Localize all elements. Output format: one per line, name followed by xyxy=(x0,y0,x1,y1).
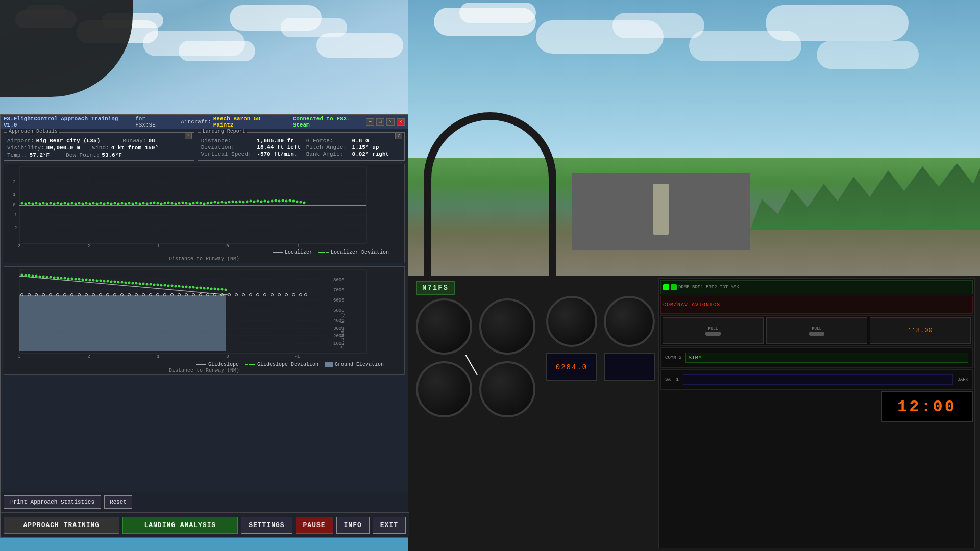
airport-row: Airport: Big Bear City (L35) Runway: 08 xyxy=(7,138,191,144)
settings-button[interactable]: SETTINGS xyxy=(241,517,292,534)
svg-point-79 xyxy=(228,201,231,204)
runway-center xyxy=(653,184,669,235)
svg-point-69 xyxy=(192,202,195,205)
svg-point-152 xyxy=(110,281,113,283)
panel-content: Approach Details ? Airport: Big Bear Cit… xyxy=(1,129,408,378)
svg-point-52 xyxy=(132,203,134,205)
svg-point-134 xyxy=(46,276,48,279)
svg-point-171 xyxy=(178,285,181,288)
approach-details-box: Approach Details ? Airport: Big Bear Cit… xyxy=(4,132,194,161)
bottom-buttons-row: Print Approach Statistics Reset xyxy=(1,492,408,512)
approach-help-btn[interactable]: ? xyxy=(185,132,192,139)
display-freq: 118.00 xyxy=(870,317,971,344)
svg-point-89 xyxy=(264,200,266,203)
deviation-line-icon xyxy=(318,252,329,253)
svg-point-48 xyxy=(117,203,120,205)
svg-point-36 xyxy=(75,203,77,205)
svg-text:6000: 6000 xyxy=(333,298,345,303)
svg-point-34 xyxy=(67,203,70,205)
landing-analysis-button[interactable]: LANDING ANALYSIS xyxy=(122,517,238,534)
svg-point-32 xyxy=(60,203,63,205)
svg-point-100 xyxy=(303,202,306,204)
svg-point-30 xyxy=(53,203,56,205)
info-button[interactable]: INFO xyxy=(336,517,370,534)
chart2-svg: 8000 7000 6000 5000 4000 3000 2000 1000 … xyxy=(4,267,397,361)
knob-2[interactable] xyxy=(809,332,824,336)
print-button[interactable]: Print Approach Statistics xyxy=(4,495,101,509)
svg-point-62 xyxy=(167,202,170,204)
r-cloud-7 xyxy=(817,41,919,69)
vsi-needle xyxy=(465,355,478,375)
svg-point-71 xyxy=(200,202,202,205)
maximize-button[interactable]: □ xyxy=(376,118,384,126)
svg-point-73 xyxy=(207,202,209,205)
svg-point-170 xyxy=(175,285,177,288)
svg-point-96 xyxy=(289,199,291,202)
svg-point-53 xyxy=(135,202,138,205)
svg-point-174 xyxy=(189,286,191,289)
svg-text:-2: -2 xyxy=(12,226,17,231)
svg-point-181 xyxy=(214,288,216,290)
svg-point-40 xyxy=(89,203,91,205)
svg-point-180 xyxy=(210,288,213,290)
svg-point-129 xyxy=(28,274,31,277)
svg-point-85 xyxy=(250,200,252,203)
svg-point-92 xyxy=(275,199,277,202)
svg-point-68 xyxy=(189,203,191,205)
svg-point-64 xyxy=(175,203,177,205)
svg-point-76 xyxy=(217,202,220,204)
svg-point-167 xyxy=(164,284,166,287)
help-button[interactable]: ? xyxy=(386,118,395,126)
ground-elevation-icon xyxy=(325,362,333,367)
exit-button[interactable]: EXIT xyxy=(373,517,406,534)
sky-view-left xyxy=(0,0,408,114)
pause-button[interactable]: PAUSE xyxy=(296,517,333,534)
svg-text:-1: -1 xyxy=(12,213,17,218)
svg-point-82 xyxy=(239,201,241,203)
svg-point-50 xyxy=(125,203,127,205)
svg-point-22 xyxy=(24,203,27,205)
chart1-x-label: Distance to Runway (NM) xyxy=(4,256,404,263)
svg-point-147 xyxy=(92,279,95,282)
callsign-display: N71FS xyxy=(416,281,455,295)
reset-button[interactable]: Reset xyxy=(104,495,132,509)
svg-point-150 xyxy=(103,280,106,283)
minimize-button[interactable]: — xyxy=(366,118,374,126)
svg-point-78 xyxy=(225,202,227,204)
svg-text:1: 1 xyxy=(157,354,159,359)
svg-point-173 xyxy=(185,286,188,288)
approach-training-button[interactable]: APPROACH TRAINING xyxy=(4,517,119,534)
svg-point-60 xyxy=(160,203,163,205)
svg-point-49 xyxy=(121,202,124,205)
svg-text:-1: -1 xyxy=(295,354,300,359)
window-controls: — □ ? ✕ xyxy=(366,118,405,126)
close-button[interactable]: ✕ xyxy=(397,118,405,126)
avionics-row-4: COMM 2 STBY xyxy=(660,347,973,368)
svg-point-182 xyxy=(217,288,220,291)
glideslope-line-icon xyxy=(196,364,206,365)
glideslope-dev-line-icon xyxy=(245,364,255,365)
svg-point-144 xyxy=(82,279,84,281)
svg-point-38 xyxy=(82,203,84,205)
svg-point-83 xyxy=(242,201,245,204)
svg-text:1: 1 xyxy=(13,192,15,197)
svg-text:7000: 7000 xyxy=(333,288,345,293)
svg-text:2: 2 xyxy=(13,180,15,185)
svg-point-45 xyxy=(107,202,109,205)
svg-point-159 xyxy=(135,282,138,285)
svg-text:1: 1 xyxy=(157,244,159,248)
svg-point-154 xyxy=(117,281,120,284)
knob-1[interactable] xyxy=(705,332,721,336)
svg-point-95 xyxy=(285,200,288,203)
connection-status: Connected to FSX-Steam xyxy=(293,116,366,128)
landing-help-btn[interactable]: ? xyxy=(395,132,402,139)
left-gauge-cluster xyxy=(413,296,541,408)
avionics-row-3: PULL PULL 118.00 xyxy=(660,315,973,346)
svg-point-164 xyxy=(153,284,156,286)
cockpit-window-frame xyxy=(424,112,556,286)
svg-point-176 xyxy=(196,287,199,289)
cockpit-right-area: N71FS 0284.0 xyxy=(408,0,980,551)
svg-point-86 xyxy=(253,201,256,203)
svg-point-90 xyxy=(267,201,270,203)
svg-point-87 xyxy=(257,200,259,203)
